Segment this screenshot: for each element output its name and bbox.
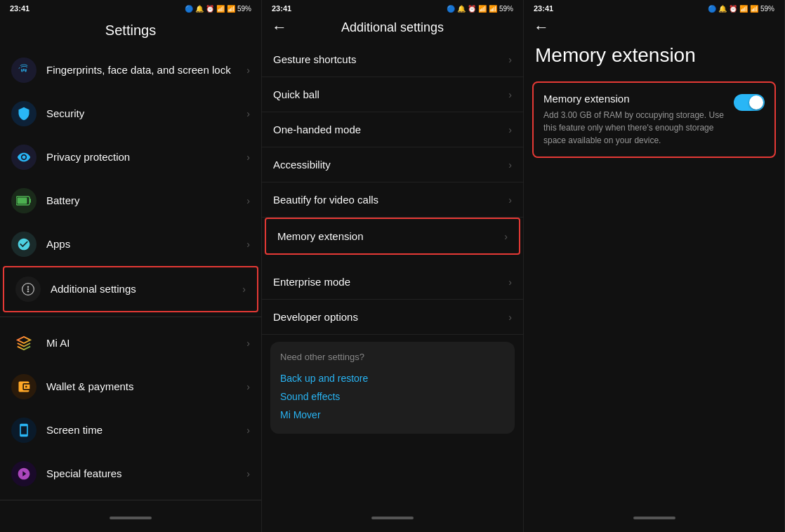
setting-item-screentime[interactable]: Screen time › <box>0 408 261 452</box>
apps-icon <box>11 232 37 257</box>
time-2: 23:41 <box>272 4 291 13</box>
setting-item-miai[interactable]: Mi AI › <box>0 321 261 365</box>
signal1-icon: 📶 <box>216 5 225 13</box>
setting-item-apps[interactable]: Apps › <box>0 222 261 266</box>
home-indicator-2 <box>371 517 414 519</box>
spacer-3 <box>524 158 784 510</box>
battery-menu-icon <box>11 188 37 213</box>
onehanded-chevron: › <box>508 124 512 135</box>
alarm-icon-2: ⏰ <box>468 5 476 13</box>
memory-card-title: Memory extension <box>543 93 727 105</box>
status-icons-3: 🔵 🔔 ⏰ 📶 📶 59% <box>708 5 774 13</box>
additional-icon <box>15 277 41 302</box>
wallet-chevron: › <box>246 381 250 392</box>
screentime-label: Screen time <box>46 423 246 437</box>
home-indicator-3 <box>633 517 675 519</box>
gesture-label: Gesture shortcuts <box>273 53 508 65</box>
setting-item-accounts[interactable]: Accounts & sync › <box>0 505 261 510</box>
memory-card-desc: Add 3.00 GB of RAM by occupying storage.… <box>543 109 727 147</box>
alarm-icon: ⏰ <box>206 5 214 13</box>
beautify-chevron: › <box>508 194 512 206</box>
notif-icon-2: 🔔 <box>457 5 466 13</box>
status-bar-3: 23:41 🔵 🔔 ⏰ 📶 📶 59% <box>524 0 784 15</box>
beautify-label: Beautify for video calls <box>273 194 508 206</box>
miai-chevron: › <box>246 338 250 349</box>
svg-point-4 <box>27 286 29 288</box>
status-bar-1: 23:41 🔵 🔔 ⏰ 📶 📶 59% <box>0 0 261 15</box>
menu-item-beautify[interactable]: Beautify for video calls › <box>262 182 523 218</box>
setting-item-additional[interactable]: Additional settings › <box>3 266 258 312</box>
panel2-title: Additional settings <box>294 20 491 35</box>
settings-list-1: Fingerprints, face data, and screen lock… <box>0 48 261 510</box>
menu-item-accessibility[interactable]: Accessibility › <box>262 147 523 182</box>
privacy-icon <box>11 145 37 170</box>
back-button-3[interactable]: ← <box>534 18 549 36</box>
svg-point-6 <box>27 291 29 293</box>
alarm-icon-3: ⏰ <box>729 5 737 13</box>
panel-memory: 23:41 🔵 🔔 ⏰ 📶 📶 59% ← Memory extension M… <box>524 0 785 532</box>
menu-item-developer[interactable]: Developer options › <box>262 300 523 335</box>
memory-extension-card: Memory extension Add 3.00 GB of RAM by o… <box>532 81 776 158</box>
svg-point-5 <box>27 288 29 291</box>
memory-page-title: Memory extension <box>524 36 784 81</box>
additional-chevron: › <box>242 284 246 295</box>
wifi-icon: 📶 <box>227 5 235 13</box>
wallet-label: Wallet & payments <box>46 380 246 394</box>
menu-item-memory[interactable]: Memory extension › <box>265 218 520 255</box>
panel-additional: 23:41 🔵 🔔 ⏰ 📶 📶 59% ← Additional setting… <box>262 0 524 532</box>
bt-icon-2: 🔵 <box>447 5 455 13</box>
quickball-label: Quick ball <box>273 88 508 100</box>
bt-icon-3: 🔵 <box>708 5 716 13</box>
status-bar-2: 23:41 🔵 🔔 ⏰ 📶 📶 59% <box>262 0 523 15</box>
menu-item-enterprise[interactable]: Enterprise mode › <box>262 265 523 300</box>
setting-item-privacy[interactable]: Privacy protection › <box>0 135 261 179</box>
gap-1 <box>262 255 523 265</box>
security-chevron: › <box>246 108 250 119</box>
apps-label: Apps <box>46 237 246 251</box>
quickball-chevron: › <box>508 89 512 100</box>
wallet-icon <box>11 374 37 399</box>
setting-item-special[interactable]: Special features › <box>0 452 261 496</box>
screentime-icon <box>11 418 37 443</box>
menu-item-quickball[interactable]: Quick ball › <box>262 77 523 112</box>
developer-label: Developer options <box>273 311 508 323</box>
menu-item-gesture[interactable]: Gesture shortcuts › <box>262 42 523 77</box>
menu-item-onehanded[interactable]: One-handed mode › <box>262 112 523 147</box>
setting-item-fingerprints[interactable]: Fingerprints, face data, and screen lock… <box>0 48 261 92</box>
mover-link[interactable]: Mi Mover <box>280 406 505 424</box>
special-chevron: › <box>246 468 250 479</box>
back-button-2[interactable]: ← <box>272 18 287 36</box>
privacy-label: Privacy protection <box>46 150 246 164</box>
setting-item-security[interactable]: Security › <box>0 92 261 135</box>
backup-link[interactable]: Back up and restore <box>280 369 505 387</box>
svg-rect-1 <box>29 199 31 203</box>
apps-chevron: › <box>246 239 250 250</box>
panel2-footer <box>262 510 523 532</box>
setting-item-battery[interactable]: Battery › <box>0 179 261 222</box>
svg-rect-2 <box>18 198 27 204</box>
toggle-thumb <box>749 95 763 109</box>
need-other-title: Need other settings? <box>280 352 505 362</box>
fingerprints-chevron: › <box>246 65 250 76</box>
fingerprints-label: Fingerprints, face data, and screen lock <box>46 63 246 77</box>
gesture-chevron: › <box>508 54 512 65</box>
miai-icon <box>11 331 37 356</box>
privacy-chevron: › <box>246 152 250 163</box>
sound-link[interactable]: Sound effects <box>280 387 505 406</box>
memory-toggle[interactable] <box>734 94 765 111</box>
battery-chevron: › <box>246 195 250 206</box>
notif-icon-3: 🔔 <box>718 5 727 13</box>
setting-item-wallet[interactable]: Wallet & payments › <box>0 365 261 408</box>
battery-label: Battery <box>46 194 246 208</box>
panel1-footer <box>0 510 261 532</box>
home-indicator-1 <box>110 517 152 519</box>
accessibility-label: Accessibility <box>273 159 508 171</box>
accessibility-chevron: › <box>508 159 512 171</box>
developer-chevron: › <box>508 312 512 323</box>
panel-settings: 23:41 🔵 🔔 ⏰ 📶 📶 59% Settings Fingerprint… <box>0 0 262 532</box>
miai-label: Mi AI <box>46 336 246 350</box>
time-3: 23:41 <box>534 4 553 13</box>
wifi-icon-3: 📶 <box>750 5 758 13</box>
battery-icon-3: 59% <box>760 5 774 13</box>
notif-icon: 🔔 <box>195 5 204 13</box>
